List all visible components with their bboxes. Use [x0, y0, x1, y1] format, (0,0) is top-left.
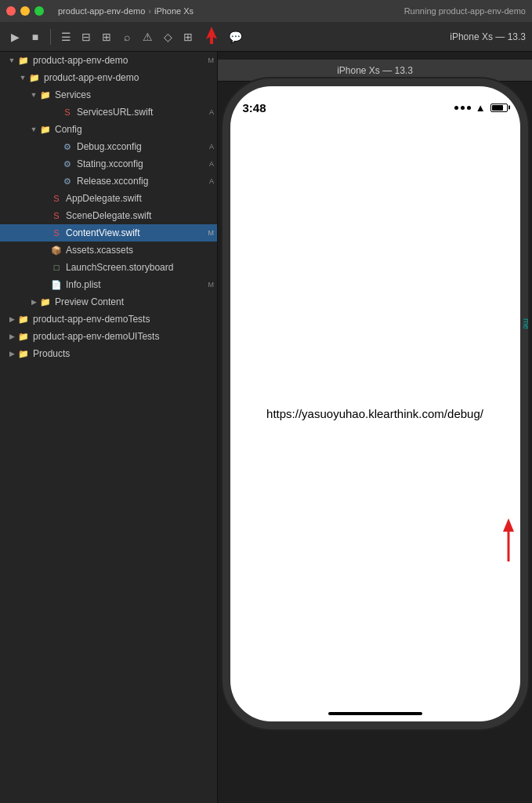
badge-M: M: [208, 56, 215, 64]
home-bar: [328, 712, 422, 715]
sidebar-item-uitests[interactable]: ▶ 📁 product-app-env-demoUITests: [0, 328, 217, 345]
edge-label: me: [522, 318, 530, 329]
play-button[interactable]: ▶: [6, 28, 24, 45]
close-button[interactable]: [6, 6, 16, 16]
release-xcconfig-label: Release.xcconfig: [77, 176, 209, 187]
traffic-lights: [6, 6, 44, 16]
servicesurl-label: ServicesURL.swift: [77, 107, 209, 118]
chevron-right-icon: ▶: [6, 315, 17, 323]
warning-icon[interactable]: ⚠: [139, 28, 156, 45]
sidebar-item-appdelegate[interactable]: S AppDelegate.swift: [0, 190, 217, 207]
launchscreen-label: LaunchScreen.storyboard: [66, 262, 217, 273]
chevron-down-icon: ▼: [28, 125, 39, 133]
sidebar-item-services[interactable]: ▼ 📁 Services: [0, 86, 217, 104]
storyboard-icon: □: [50, 263, 63, 272]
uitests-label: product-app-env-demoUITests: [33, 331, 217, 342]
tests-label: product-app-env-demoTests: [33, 314, 217, 325]
status-right-icons: ▲: [454, 102, 508, 114]
simulator-header-bar: iPhone Xs — 13.3: [218, 60, 532, 82]
folder-icon: 📁: [17, 56, 30, 65]
breadcrumb-device[interactable]: iPhone Xs: [154, 6, 194, 16]
contentview-label: ContentView.swift: [66, 227, 208, 238]
folder-icon: 📁: [39, 90, 52, 100]
assets-label: Assets.xcassets: [66, 245, 217, 256]
swift-file-icon: S: [50, 194, 63, 203]
badge-M: M: [208, 229, 215, 237]
debug-xcconfig-label: Debug.xcconfig: [77, 141, 209, 152]
app-content: https://yasuoyuhao.klearthink.com/debug/: [230, 121, 520, 706]
sidebar-item-products[interactable]: ▶ 📁 Products: [0, 345, 217, 362]
chevron-right-icon: ▶: [6, 332, 17, 340]
source-control-icon[interactable]: ◇: [159, 28, 176, 45]
sidebar-item-assets[interactable]: 📦 Assets.xcassets: [0, 242, 217, 259]
file-navigator: ▼ 📁 product-app-env-demo M ▼ 📁 product-a…: [0, 52, 218, 803]
battery-icon: [490, 104, 508, 112]
sidebar-item-contentview[interactable]: S ContentView.swift M: [0, 224, 217, 242]
debug-toggle[interactable]: ⊟: [78, 28, 95, 45]
services-label: Services: [55, 89, 217, 100]
chevron-down-icon: ▼: [28, 91, 39, 99]
chevron-right-icon: ▶: [6, 350, 17, 358]
config-file-icon: ⚙: [61, 176, 74, 186]
chevron-down-icon: ▼: [17, 74, 28, 82]
simulator-label[interactable]: iPhone Xs — 13.3: [450, 31, 526, 42]
sidebar-item-scenedelegate[interactable]: S SceneDelegate.swift: [0, 207, 217, 224]
chevron-right-icon: ▶: [28, 298, 39, 306]
maximize-button[interactable]: [34, 6, 44, 16]
comment-icon[interactable]: 💬: [226, 28, 244, 45]
svg-rect-1: [210, 36, 213, 44]
stop-button[interactable]: ■: [27, 28, 44, 45]
sidebar-item-app-folder[interactable]: ▼ 📁 product-app-env-demo: [0, 69, 217, 86]
folder-icon: 📁: [17, 314, 30, 324]
config-file-icon: ⚙: [61, 142, 74, 151]
toolbar: ▶ ■ ☰ ⊟ ⊞ ⌕ ⚠ ◇ ⊞ 💬 iPhone Xs — 13.3: [0, 22, 532, 52]
device-selector: iPhone Xs — 13.3: [450, 31, 526, 42]
sidebar-item-servicesurl[interactable]: S ServicesURL.swift A: [0, 104, 217, 121]
minimize-button[interactable]: [20, 6, 30, 16]
sidebar-item-stating-xcconfig[interactable]: ⚙ Stating.xcconfig A: [0, 155, 217, 173]
signal-dots: [454, 106, 471, 110]
folder-icon: 📁: [17, 332, 30, 341]
grid-icon[interactable]: ⊞: [179, 28, 197, 45]
preview-content-label: Preview Content: [55, 296, 217, 307]
iphone-simulator: 3:48 ▲ https://y: [230, 86, 520, 721]
wifi-icon: ▲: [476, 102, 486, 114]
chevron-down-icon: ▼: [6, 56, 17, 64]
folder-icon: 📁: [17, 349, 30, 358]
simulator-area: iPhone Xs — 13.3 3:48 ▲: [218, 52, 532, 803]
app-folder-label: product-app-env-demo: [44, 72, 217, 83]
simulator-device-label: iPhone Xs — 13.3: [337, 65, 413, 76]
status-time: 3:48: [243, 101, 266, 114]
sidebar-item-debug-xcconfig[interactable]: ⚙ Debug.xcconfig A: [0, 138, 217, 155]
toolbar-separator-1: [50, 29, 51, 45]
search-icon[interactable]: ⌕: [118, 28, 136, 45]
breadcrumb-project[interactable]: product-app-env-demo: [58, 6, 145, 16]
sidebar-item-tests[interactable]: ▶ 📁 product-app-env-demoTests: [0, 311, 217, 328]
sidebar-item-config[interactable]: ▼ 📁 Config: [0, 121, 217, 138]
run-arrow-area: [200, 25, 223, 49]
scenedelegate-label: SceneDelegate.swift: [66, 210, 217, 221]
badge-A: A: [209, 160, 214, 168]
sidebar-item-launchscreen[interactable]: □ LaunchScreen.storyboard: [0, 259, 217, 276]
plist-icon: 📄: [50, 280, 63, 289]
sidebar-item-root-project[interactable]: ▼ 📁 product-app-env-demo M: [0, 52, 217, 69]
badge-A: A: [209, 177, 214, 185]
config-label: Config: [55, 124, 217, 135]
breakpoints-toggle[interactable]: ⊞: [98, 28, 115, 45]
folder-icon: 📁: [28, 73, 41, 82]
iphone-frame-container: 3:48 ▲ https://y: [230, 86, 520, 721]
sidebar-item-release-xcconfig[interactable]: ⚙ Release.xcconfig A: [0, 173, 217, 190]
folder-icon: 📁: [39, 125, 52, 134]
stating-xcconfig-label: Stating.xcconfig: [77, 158, 209, 169]
signal-dot-1: [454, 106, 458, 110]
navigator-toggle[interactable]: ☰: [57, 28, 74, 45]
sidebar-item-infoplist[interactable]: 📄 Info.plist M: [0, 276, 217, 293]
battery-fill: [492, 105, 503, 111]
infoplist-label: Info.plist: [66, 279, 208, 290]
run-status: Running product-app-env-demo: [404, 6, 526, 16]
sidebar-item-preview-content[interactable]: ▶ 📁 Preview Content: [0, 293, 217, 311]
config-file-icon: ⚙: [61, 159, 74, 169]
xcassets-icon: 📦: [50, 245, 63, 255]
iphone-notch: [317, 86, 434, 108]
title-bar-center: product-app-env-demo › iPhone Xs Running…: [58, 6, 526, 16]
